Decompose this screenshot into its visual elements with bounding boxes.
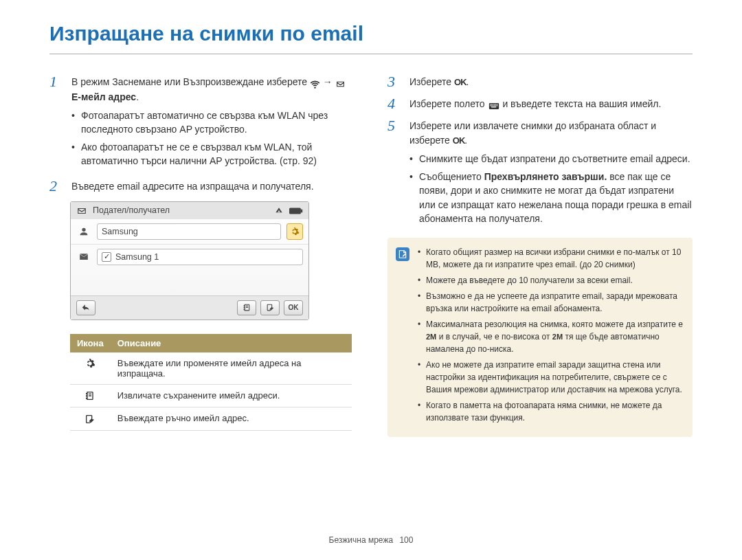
edit-button[interactable] xyxy=(260,300,280,315)
shot-row-recipient: Samsung 1 xyxy=(71,244,308,269)
step-3: 3 Изберете OK. xyxy=(387,74,693,90)
note-item: Максималната резолюция на снимка, която … xyxy=(418,318,683,355)
shot-row-sender: Samsung xyxy=(71,219,308,244)
address-book-icon xyxy=(85,390,95,401)
note-item: Когато общият размер на всички избрани с… xyxy=(418,246,683,271)
note-box: Когато общият размер на всички избрани с… xyxy=(387,238,693,437)
page-number: 100 xyxy=(399,535,413,545)
row3-desc: Въвеждате ръчно имейл адрес. xyxy=(111,407,352,431)
footer-section: Безжична мрежа xyxy=(329,535,394,545)
step1-bullet-2: Ако фотоапаратът не се е свързвал към WL… xyxy=(71,140,355,168)
step4-text-b: и въведете текста на вашия имейл. xyxy=(502,98,661,109)
page-title: Изпращане на снимки по email xyxy=(49,22,693,54)
step-number: 3 xyxy=(387,74,400,90)
step4-text-a: Изберете полето xyxy=(409,98,488,109)
mail-icon xyxy=(76,252,91,262)
step3-text-a: Изберете xyxy=(409,76,454,87)
step-number: 1 xyxy=(49,74,62,172)
step1-arrow: → xyxy=(323,76,335,87)
resolution-icon: 2M xyxy=(426,333,436,341)
note-icon xyxy=(396,247,409,261)
step1-text-c: Е-мейл адрес xyxy=(71,91,136,102)
step-number: 2 xyxy=(49,178,62,194)
shot-footer: OK xyxy=(71,295,308,320)
step-2: 2 Въведете email адресите на изпращача и… xyxy=(49,178,355,194)
step1-text-d: . xyxy=(136,91,139,102)
camera-ui-screenshot: Подател/получател Samsung xyxy=(70,201,309,320)
ok-icon: OK xyxy=(453,135,465,146)
wifi-icon xyxy=(310,76,320,90)
ok-button[interactable]: OK xyxy=(284,300,303,315)
step5-text-a: Изберете или извлачете снимки до избрана… xyxy=(409,120,656,145)
keyboard-icon xyxy=(488,98,500,112)
back-button[interactable] xyxy=(76,300,95,315)
recipient-value: Samsung 1 xyxy=(115,252,159,262)
step-1: 1 В режим Заснемане или Възпроизвеждане … xyxy=(49,74,355,172)
step-4: 4 Изберете полето и въведете текста на в… xyxy=(387,96,693,112)
table-row: Въвеждате ръчно имейл адрес. xyxy=(70,407,352,431)
shot-header: Подател/получател xyxy=(71,202,308,219)
step-number: 4 xyxy=(387,96,400,112)
step5-bullet-2: Съобщението Прехвърлянето завърши. все п… xyxy=(409,170,693,225)
table-row: Извличате съхранените имейл адреси. xyxy=(70,384,352,407)
step5-bullet-1: Снимките ще бъдат изпратени до съответни… xyxy=(409,152,693,166)
addressbook-button[interactable] xyxy=(237,300,256,315)
th-desc: Описание xyxy=(111,334,352,352)
note-item: Ако не можете да изпратите email заради … xyxy=(418,359,683,396)
th-icon: Икона xyxy=(70,334,111,352)
edit-icon xyxy=(85,413,95,423)
step3-text-b: . xyxy=(466,76,469,87)
step-number: 5 xyxy=(387,117,400,229)
step2-text: Въведете email адресите на изпращача и п… xyxy=(71,178,314,194)
icon-description-table: Икона Описание Въвеждате или променяте и… xyxy=(70,334,352,431)
note-item: Възможно е да не успеете да изпратите em… xyxy=(418,290,683,315)
sender-value: Samsung xyxy=(102,227,138,236)
gear-icon xyxy=(85,358,95,368)
note-item: Можете да въведете до 10 получатели за в… xyxy=(418,274,683,287)
step-5: 5 Изберете или извлачете снимки до избра… xyxy=(387,117,693,229)
left-column: 1 В режим Заснемане или Възпроизвеждане … xyxy=(49,74,355,437)
note-item: Когато в паметта на фотоапарата няма сни… xyxy=(418,399,683,424)
shot-header-title: Подател/получател xyxy=(93,205,269,215)
row2-desc: Извличате съхранените имейл адреси. xyxy=(111,384,352,407)
recipient-checkbox[interactable] xyxy=(102,252,111,262)
table-row: Въвеждате или променяте имейл адреса на … xyxy=(70,352,352,385)
gear-button[interactable] xyxy=(286,223,303,240)
step5-text-b: . xyxy=(464,135,467,146)
battery-icon xyxy=(289,205,303,215)
envelope-icon xyxy=(335,76,346,90)
sender-field[interactable]: Samsung xyxy=(97,223,281,240)
right-column: 3 Изберете OK. 4 Изберете полето и въвед… xyxy=(387,74,693,437)
ok-icon: OK xyxy=(454,77,466,87)
step1-text-a: В режим Заснемане или Възпроизвеждане из… xyxy=(71,76,310,87)
signal-icon xyxy=(274,205,284,216)
resolution-icon: 2M xyxy=(552,333,563,341)
person-icon xyxy=(76,226,91,237)
page-footer: Безжична мрежа 100 xyxy=(0,535,742,545)
row1-desc: Въвеждате или променяте имейл адреса на … xyxy=(111,352,352,385)
step1-bullet-1: Фотоапаратът автоматично се свързва към … xyxy=(71,109,355,137)
envelope-icon xyxy=(76,205,87,216)
recipient-field[interactable]: Samsung 1 xyxy=(97,249,303,265)
